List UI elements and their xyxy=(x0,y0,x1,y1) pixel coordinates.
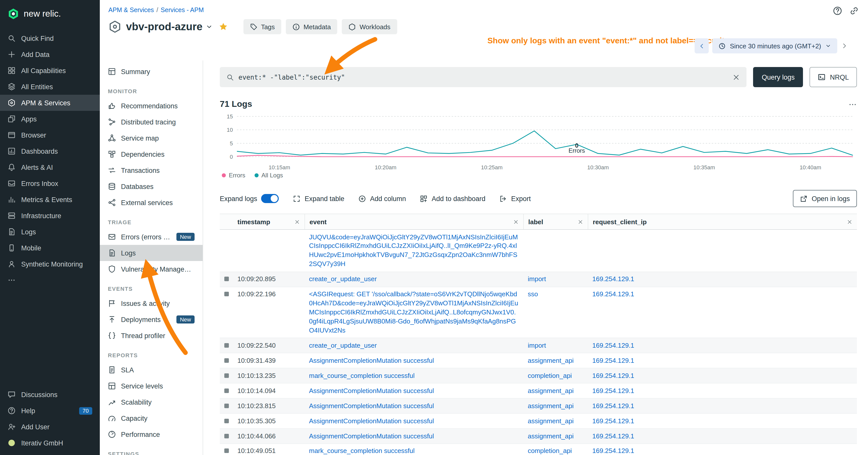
sidebar-item-all-entities[interactable]: All Entities xyxy=(0,78,100,95)
column-header-event[interactable]: event xyxy=(305,214,523,229)
sidebar-item-apps[interactable]: Apps xyxy=(0,111,100,127)
log-row[interactable]: 10:10:13.235mark_course_completion succe… xyxy=(220,368,857,384)
sidebar-item-browser[interactable]: Browser xyxy=(0,127,100,143)
log-row[interactable]: 10:10:14.094AssignmentCompletionMutation… xyxy=(220,384,857,398)
service-nav-item-recommendations[interactable]: Recommendations xyxy=(100,98,203,114)
nrql-button[interactable]: NRQL xyxy=(810,67,857,87)
log-link[interactable]: create_or_update_user xyxy=(309,275,377,283)
log-row[interactable]: 10:09:22.196<ASGIRequest: GET '/sso/call… xyxy=(220,287,857,338)
sidebar-item-help[interactable]: Help70 xyxy=(0,402,100,419)
service-nav-item-vulnerability-management[interactable]: Vulnerability Management xyxy=(100,261,203,277)
sidebar-item-add-user[interactable]: Add User xyxy=(0,419,100,435)
tags-button[interactable]: Tags xyxy=(243,19,281,34)
log-link[interactable]: completion_api xyxy=(528,372,572,380)
log-query-input[interactable] xyxy=(239,73,728,81)
add-column-button[interactable]: Add column xyxy=(359,195,406,202)
sidebar-item-add-data[interactable]: Add Data xyxy=(0,46,100,63)
log-row-handle[interactable] xyxy=(224,388,228,393)
sidebar-item-alerts-ai[interactable]: Alerts & AI xyxy=(0,159,100,175)
log-link[interactable]: 169.254.129.1 xyxy=(592,432,634,440)
log-link[interactable]: AssignmentCompletionMutation successful xyxy=(309,357,434,364)
log-link[interactable]: 169.254.129.1 xyxy=(592,275,634,283)
log-row-handle[interactable] xyxy=(224,449,228,453)
column-header-label[interactable]: label xyxy=(523,214,588,229)
log-row-handle[interactable] xyxy=(224,433,228,438)
log-link[interactable]: mark_course_completion successful xyxy=(309,372,414,380)
sidebar-item-discussions[interactable]: Discussions xyxy=(0,387,100,402)
sidebar-item-mobile[interactable]: Mobile xyxy=(0,240,100,256)
log-link[interactable]: 169.254.129.1 xyxy=(592,417,634,424)
service-nav-item-service-levels[interactable]: Service levels xyxy=(100,378,203,394)
service-nav-item-issues-activity[interactable]: Issues & activity xyxy=(100,295,203,312)
sidebar-item-all-capabilities[interactable]: All Capabilities xyxy=(0,63,100,78)
log-link[interactable]: assignment_api xyxy=(528,357,574,364)
service-nav-item-deployments[interactable]: DeploymentsNew xyxy=(100,312,203,327)
log-row[interactable]: 10:09:20.895create_or_update_userimport1… xyxy=(220,272,857,287)
clear-query-icon[interactable] xyxy=(733,73,740,81)
log-link[interactable]: assignment_api xyxy=(528,417,574,424)
log-link[interactable]: 169.254.129.1 xyxy=(592,357,634,364)
log-link[interactable]: 169.254.129.1 xyxy=(592,342,634,349)
log-link[interactable]: AssignmentCompletionMutation successful xyxy=(309,387,434,394)
log-link[interactable]: import xyxy=(528,275,546,283)
service-nav-item-service-map[interactable]: Service map xyxy=(100,130,203,146)
log-link[interactable]: create_or_update_user xyxy=(309,342,377,349)
sidebar-item-iterativ-gmbh[interactable]: Iterativ GmbH xyxy=(0,435,100,451)
sidebar-item-metrics-events[interactable]: Metrics & Events xyxy=(0,192,100,207)
chart-menu-icon[interactable] xyxy=(848,100,857,108)
remove-column-icon[interactable] xyxy=(578,219,583,225)
log-link[interactable]: assignment_api xyxy=(528,432,574,440)
log-link[interactable]: AssignmentCompletionMutation successful xyxy=(309,432,434,440)
log-row[interactable]: 10:09:31.439AssignmentCompletionMutation… xyxy=(220,354,857,368)
log-link[interactable]: 169.254.129.1 xyxy=(592,372,634,380)
log-link[interactable]: assignment_api xyxy=(528,387,574,394)
query-logs-button[interactable]: Query logs xyxy=(753,67,803,87)
entity-switcher-chevron-icon[interactable] xyxy=(206,23,213,30)
workloads-button[interactable]: Workloads xyxy=(342,19,397,34)
service-nav-item-logs[interactable]: Logs xyxy=(100,245,203,261)
sidebar-item-synthetic-monitoring[interactable]: Synthetic Monitoring xyxy=(0,256,100,272)
time-forward-icon[interactable] xyxy=(841,42,848,50)
service-nav-item-databases[interactable]: Databases xyxy=(100,178,203,195)
permalink-icon[interactable] xyxy=(849,6,859,15)
service-nav-item-transactions[interactable]: Transactions xyxy=(100,162,203,178)
expand-logs-toggle[interactable]: Expand logs xyxy=(220,194,279,203)
log-link[interactable]: AssignmentCompletionMutation successful xyxy=(309,402,434,410)
log-row[interactable]: 10:09:22.540create_or_update_userimport1… xyxy=(220,338,857,354)
service-nav-item-dependencies[interactable]: Dependencies xyxy=(100,146,203,162)
log-query-bar[interactable] xyxy=(220,67,746,87)
service-nav-item-errors-errors-inb[interactable]: Errors (errors inb...New xyxy=(100,229,203,245)
log-row-handle[interactable] xyxy=(224,373,228,378)
service-nav-item-external-services[interactable]: External services xyxy=(100,195,203,210)
column-header-timestamp[interactable]: timestamp xyxy=(233,214,305,229)
breadcrumb-link-apm-services[interactable]: APM & Services xyxy=(108,6,154,13)
remove-column-icon[interactable] xyxy=(294,219,300,225)
new-relic-logo[interactable]: new relic. xyxy=(0,0,100,27)
log-row[interactable]: 10:10:49.051mark_course_completion succe… xyxy=(220,444,857,455)
help-icon[interactable] xyxy=(833,6,842,15)
service-nav-item-thread-profiler[interactable]: Thread profiler xyxy=(100,327,203,344)
log-link[interactable]: 169.254.129.1 xyxy=(592,402,634,410)
log-row-handle[interactable] xyxy=(224,292,228,296)
log-row[interactable]: 10:10:35.305AssignmentCompletionMutation… xyxy=(220,414,857,429)
add-to-dashboard-button[interactable]: Add to dashboard xyxy=(420,195,486,202)
expand-table-button[interactable]: Expand table xyxy=(293,195,344,202)
legend-all-logs[interactable]: All Logs xyxy=(254,172,283,179)
sidebar-item-infrastructure[interactable]: Infrastructure xyxy=(0,207,100,224)
sidebar-item-dashboards[interactable]: Dashboards xyxy=(0,143,100,159)
log-row-handle[interactable] xyxy=(224,277,228,282)
log-link[interactable]: mark_course_completion successful xyxy=(309,447,414,455)
log-link[interactable]: <ASGIRequest: GET '/sso/callback/?state=… xyxy=(309,290,518,334)
log-row[interactable]: 10:10:23.815AssignmentCompletionMutation… xyxy=(220,398,857,414)
favorite-star-icon[interactable] xyxy=(218,22,227,31)
remove-column-icon[interactable] xyxy=(847,219,852,225)
log-row[interactable]: JUQVU&code=eyJraWQiOiJjcGltY29yZV8wOTl1M… xyxy=(220,230,857,272)
log-link[interactable]: JUQVU&code=eyJraWQiOiJjcGltY29yZV8wOTl1M… xyxy=(309,233,518,268)
log-row-handle[interactable] xyxy=(224,419,228,423)
log-link[interactable]: 169.254.129.1 xyxy=(592,387,634,394)
service-nav-item-capacity[interactable]: Capacity xyxy=(100,410,203,426)
log-link[interactable]: import xyxy=(528,342,546,349)
log-link[interactable]: sso xyxy=(528,290,538,298)
service-nav-item-summary[interactable]: Summary xyxy=(100,64,203,79)
service-nav-item-performance[interactable]: Performance xyxy=(100,426,203,443)
